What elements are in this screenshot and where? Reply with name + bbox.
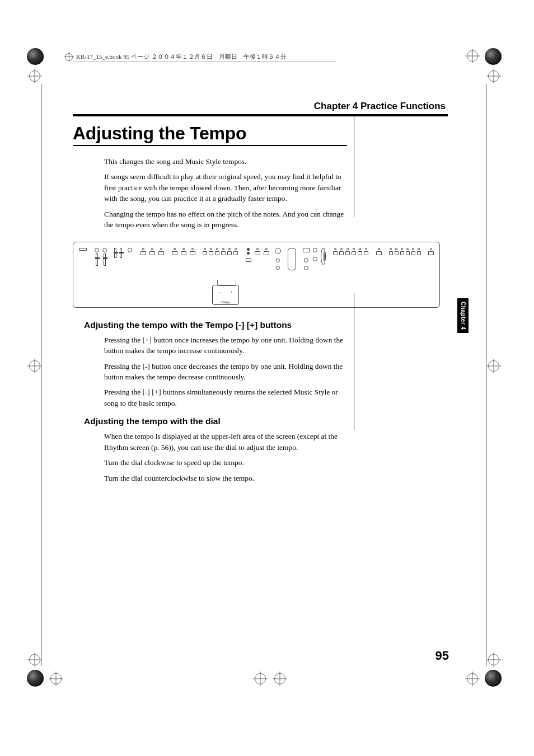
reg-mark (467, 50, 478, 62)
section2-body: When the tempo is displayed at the upper… (104, 431, 348, 483)
section2-p3: Turn the dial counterclockwise to slow t… (104, 473, 348, 483)
page-number: 95 (435, 649, 449, 663)
running-head-text: KR-17_15_e.book 95 ページ ２００４年１２月６日 月曜日 午後… (76, 53, 287, 61)
chapter-side-tab: Chapter 4 (457, 298, 469, 333)
tempo-minus: – (219, 290, 221, 294)
reg-mark (29, 360, 40, 372)
control-panel-diagram: – + Tempo (73, 242, 440, 308)
section1-p1: Pressing the [+] button once increases t… (104, 335, 348, 356)
header-underline (73, 62, 336, 62)
intro-p2: If songs seem difficult to play at their… (104, 171, 348, 204)
section2-p1: When the tempo is displayed at the upper… (104, 431, 348, 453)
section1-p2: Pressing the [-] button once decreases t… (104, 361, 348, 383)
column-divider (354, 293, 354, 430)
section2-p2: Turn the dial clockwise to speed up the … (104, 457, 348, 468)
reg-mark (488, 360, 499, 372)
running-head: KR-17_15_e.book 95 ページ ２００４年１２月６日 月曜日 午後… (65, 53, 287, 61)
reg-mark (29, 71, 40, 82)
edge-rule (486, 84, 487, 666)
reg-mark (50, 673, 62, 684)
reg-icon (65, 53, 73, 61)
column-divider (354, 115, 354, 217)
reg-dot-bl (27, 670, 44, 687)
reg-mark (467, 673, 478, 684)
reg-mark (274, 673, 285, 684)
reg-dot-br (485, 670, 502, 687)
intro-p1: This changes the song and Music Style te… (104, 156, 348, 167)
reg-mark (29, 654, 40, 665)
page-title: Adjusting the Tempo (73, 123, 347, 146)
panel-row (79, 248, 434, 283)
section2-heading: Adjusting the tempo with the dial (84, 416, 448, 426)
section1-heading: Adjusting the tempo with the Tempo [-] [… (84, 320, 448, 330)
section1-body: Pressing the [+] button once increases t… (104, 335, 348, 409)
reg-mark (255, 673, 266, 684)
value-dial (321, 248, 326, 265)
edge-rule (41, 84, 42, 666)
page-content: Chapter 4 Practice Functions Adjusting t… (73, 101, 448, 488)
reg-mark (488, 71, 499, 82)
section1-p3: Pressing the [-] [+] buttons simultaneou… (104, 387, 348, 408)
reg-dot-tr (485, 48, 502, 65)
intro-block: This changes the song and Music Style te… (104, 156, 348, 231)
reg-mark (488, 654, 499, 665)
chapter-header: Chapter 4 Practice Functions (73, 101, 448, 116)
reg-dot-tl (27, 48, 44, 65)
lcd-screen (288, 248, 297, 270)
tempo-plus: + (231, 290, 232, 294)
tempo-callout: – + Tempo (212, 285, 239, 305)
tempo-callout-label: Tempo (221, 300, 231, 304)
intro-p3: Changing the tempo has no effect on the … (104, 209, 348, 231)
